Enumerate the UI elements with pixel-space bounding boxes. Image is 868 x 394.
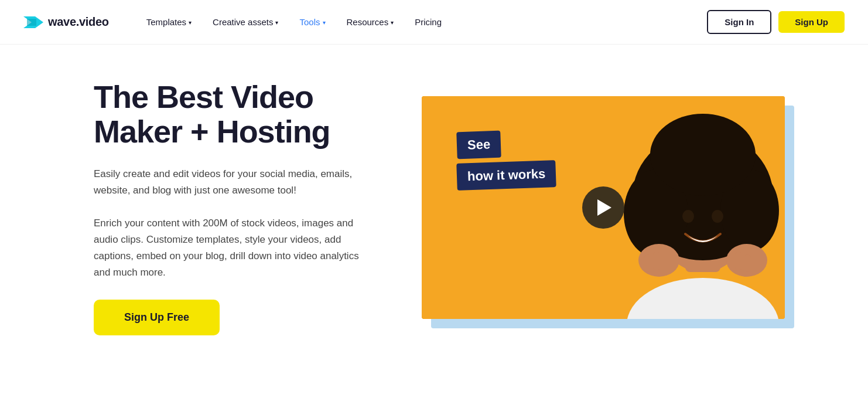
hero-video-wrapper: See how it works	[422, 96, 785, 319]
tools-label: Tools	[299, 17, 320, 27]
svg-rect-13	[644, 254, 651, 272]
svg-point-2	[627, 278, 779, 319]
resources-chevron-icon: ▾	[391, 19, 394, 26]
nav-pricing[interactable]: Pricing	[406, 12, 450, 32]
video-text-overlay: See how it works	[457, 131, 556, 189]
nav-links: Templates ▾ Creative assets ▾ Tools ▾ Re…	[138, 12, 708, 32]
play-button[interactable]	[582, 186, 624, 229]
hero-content: The Best Video Maker + Hosting Easily cr…	[94, 80, 375, 335]
nav-tools[interactable]: Tools ▾	[291, 12, 333, 32]
svg-point-8	[650, 114, 756, 196]
navbar: wave.video Templates ▾ Creative assets ▾…	[0, 0, 868, 45]
svg-point-9	[682, 210, 694, 223]
nav-auth: Sign In Sign Up	[707, 10, 845, 34]
svg-rect-15	[735, 252, 742, 270]
play-icon	[597, 199, 611, 216]
signup-button[interactable]: Sign Up	[778, 11, 845, 33]
hero-desc-2: Enrich your content with 200M of stock v…	[94, 215, 375, 281]
video-text-see: See	[456, 131, 501, 159]
tools-chevron-icon: ▾	[323, 19, 326, 26]
templates-label: Templates	[146, 17, 186, 27]
templates-chevron-icon: ▾	[189, 19, 192, 26]
svg-marker-1	[27, 19, 36, 26]
logo-text: wave.video	[48, 15, 109, 29]
signin-button[interactable]: Sign In	[707, 10, 771, 34]
creative-assets-chevron-icon: ▾	[275, 19, 278, 26]
nav-resources[interactable]: Resources ▾	[339, 12, 402, 32]
video-container[interactable]: See how it works	[422, 96, 785, 319]
logo-icon	[23, 14, 43, 30]
hero-section: The Best Video Maker + Hosting Easily cr…	[0, 45, 868, 359]
creative-assets-label: Creative assets	[213, 17, 273, 27]
nav-templates[interactable]: Templates ▾	[138, 12, 200, 32]
logo[interactable]: wave.video	[23, 14, 109, 30]
pricing-label: Pricing	[415, 17, 442, 27]
signup-free-button[interactable]: Sign Up Free	[94, 300, 220, 335]
nav-creative-assets[interactable]: Creative assets ▾	[204, 12, 286, 32]
hero-description: Easily create and edit videos for your s…	[94, 166, 375, 281]
svg-rect-14	[653, 252, 660, 270]
resources-label: Resources	[347, 17, 389, 27]
hero-title: The Best Video Maker + Hosting	[94, 80, 375, 150]
hero-desc-1: Easily create and edit videos for your s…	[94, 166, 375, 199]
video-text-how: how it works	[456, 160, 556, 191]
svg-point-10	[712, 210, 723, 223]
svg-rect-16	[744, 254, 751, 272]
